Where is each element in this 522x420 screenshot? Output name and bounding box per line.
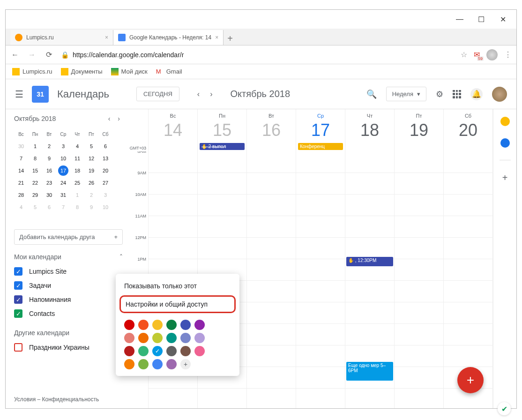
day-header[interactable]: Вт16 bbox=[246, 109, 296, 151]
color-swatch[interactable] bbox=[124, 320, 134, 330]
color-swatch[interactable] bbox=[138, 346, 149, 356]
right-rail: + bbox=[493, 109, 516, 408]
address-bar[interactable]: 🔒 https://calendar.google.com/calendar/r bbox=[61, 51, 453, 59]
gmail-ext-icon[interactable]: ✉59 bbox=[474, 50, 480, 59]
color-swatch[interactable] bbox=[124, 346, 134, 356]
favicon-icon bbox=[118, 34, 126, 41]
checkbox-icon[interactable]: ✓ bbox=[14, 281, 22, 290]
profile-avatar-icon[interactable] bbox=[486, 49, 498, 60]
gmail-badge: 59 bbox=[477, 56, 484, 61]
color-swatch[interactable] bbox=[166, 359, 177, 369]
color-swatch[interactable] bbox=[152, 359, 163, 369]
color-swatch[interactable] bbox=[124, 359, 134, 369]
mini-prev-icon[interactable]: ‹ bbox=[105, 115, 113, 122]
day-header[interactable]: Пт19 bbox=[394, 109, 443, 151]
calendar-item[interactable]: Праздники Украины bbox=[14, 340, 123, 354]
color-swatch[interactable] bbox=[194, 320, 205, 330]
day-header[interactable]: Чт18 bbox=[345, 109, 394, 151]
allday-event[interactable]: Конференц bbox=[298, 143, 343, 150]
color-swatch[interactable] bbox=[194, 346, 205, 356]
tasks-icon[interactable] bbox=[500, 138, 510, 148]
day-header[interactable]: Пн15✋ 2 выпол bbox=[197, 109, 246, 151]
color-swatch[interactable] bbox=[180, 320, 191, 330]
calendar-item[interactable]: ✓Напоминания bbox=[14, 292, 123, 307]
tab-lumpics[interactable]: Lumpics.ru × bbox=[10, 30, 113, 45]
event-block[interactable]: ✋ , 12:30PM bbox=[346, 257, 393, 266]
hamburger-icon[interactable]: ☰ bbox=[15, 89, 23, 100]
day-header[interactable]: Вс14 bbox=[148, 109, 197, 151]
favicon-icon bbox=[15, 34, 22, 41]
event-block[interactable]: Еще одно мер 5–6PM bbox=[346, 362, 393, 381]
color-swatch[interactable] bbox=[166, 346, 177, 356]
color-swatch[interactable] bbox=[194, 333, 205, 343]
color-swatch[interactable] bbox=[152, 320, 163, 330]
menu-icon[interactable]: ⋮ bbox=[504, 50, 512, 59]
app-header: ☰ 31 Календарь СЕГОДНЯ ‹ › Октябрь 2018 … bbox=[6, 79, 516, 109]
bookmark-gmail[interactable]: MGmail bbox=[156, 68, 182, 75]
chevron-up-icon[interactable]: ˄ bbox=[119, 253, 123, 261]
calendar-item[interactable]: ✓Contacts bbox=[14, 307, 123, 321]
close-icon[interactable]: × bbox=[215, 34, 218, 41]
day-column[interactable]: ✋ , 12:30PMЕще одно мер 5–6PM bbox=[345, 151, 394, 408]
day-column[interactable] bbox=[246, 151, 296, 408]
other-calendars-title[interactable]: Другие календари bbox=[14, 329, 123, 337]
keep-icon[interactable] bbox=[500, 117, 510, 126]
user-avatar[interactable] bbox=[492, 87, 507, 102]
forward-icon[interactable]: → bbox=[27, 51, 37, 59]
menu-show-only-this[interactable]: Показывать только этот bbox=[116, 278, 239, 294]
color-swatch[interactable] bbox=[166, 320, 177, 330]
tab-calendar[interactable]: Google Календарь - Неделя: 14 × bbox=[113, 30, 224, 45]
color-swatch[interactable] bbox=[138, 320, 149, 330]
day-header[interactable]: Ср17Конференц bbox=[296, 109, 345, 151]
gear-icon[interactable]: ⚙ bbox=[436, 89, 443, 99]
color-swatch[interactable] bbox=[180, 333, 191, 343]
add-friend-calendar[interactable]: Добавить календарь друга + bbox=[14, 229, 123, 245]
color-swatch[interactable] bbox=[124, 333, 134, 343]
today-button[interactable]: СЕГОДНЯ bbox=[136, 87, 179, 101]
add-addon-icon[interactable]: + bbox=[502, 172, 508, 183]
checkbox-icon[interactable] bbox=[14, 343, 22, 352]
mini-month-header: Октябрь 2018 ‹› bbox=[14, 115, 123, 122]
allday-event[interactable]: ✋ 2 выпол bbox=[200, 143, 245, 150]
notifications-icon[interactable]: 🔔 bbox=[470, 88, 483, 100]
checkbox-icon[interactable]: ✓ bbox=[14, 295, 22, 304]
menu-settings-sharing[interactable]: Настройки и общий доступ bbox=[119, 295, 236, 313]
create-event-fab[interactable]: + bbox=[457, 367, 484, 393]
day-header[interactable]: Сб20 bbox=[443, 109, 492, 151]
color-swatch[interactable]: ✓ bbox=[152, 346, 163, 356]
color-swatch[interactable] bbox=[180, 346, 191, 356]
window-maximize[interactable]: ☐ bbox=[470, 12, 492, 26]
search-icon[interactable]: 🔍 bbox=[366, 89, 377, 99]
bookmark-lumpics[interactable]: Lumpics.ru bbox=[12, 68, 52, 75]
window-close[interactable]: ✕ bbox=[492, 12, 514, 26]
day-column[interactable] bbox=[394, 151, 443, 408]
plus-icon[interactable]: + bbox=[114, 233, 118, 240]
window-minimize[interactable]: — bbox=[449, 12, 470, 26]
bookmark-drive[interactable]: Мой диск bbox=[111, 68, 148, 75]
next-icon[interactable]: › bbox=[206, 88, 216, 100]
view-selector[interactable]: Неделя ▾ bbox=[386, 87, 426, 101]
back-icon[interactable]: ← bbox=[10, 51, 20, 59]
prev-icon[interactable]: ‹ bbox=[194, 88, 203, 100]
checkbox-icon[interactable]: ✓ bbox=[14, 309, 22, 318]
add-color-button[interactable]: + bbox=[180, 359, 191, 369]
color-swatch[interactable] bbox=[166, 333, 177, 343]
my-calendars-title[interactable]: Мои календари ˄ bbox=[14, 253, 123, 261]
mini-next-icon[interactable]: › bbox=[115, 115, 123, 122]
color-swatch[interactable] bbox=[138, 333, 149, 343]
star-icon[interactable]: ☆ bbox=[461, 50, 467, 59]
close-icon[interactable]: × bbox=[105, 34, 108, 41]
reload-icon[interactable]: ⟳ bbox=[44, 50, 53, 59]
color-swatch[interactable] bbox=[138, 359, 149, 369]
calendar-item[interactable]: ✓Lumpics Site bbox=[14, 264, 123, 278]
calendar-item[interactable]: ✓Задачи bbox=[14, 278, 123, 292]
bookmark-docs[interactable]: Документы bbox=[61, 68, 103, 75]
mini-calendar[interactable]: ВсПнВтСрЧтПтСб30123456789101112131415161… bbox=[14, 128, 123, 213]
color-swatch[interactable] bbox=[152, 333, 163, 343]
checkbox-icon[interactable]: ✓ bbox=[14, 267, 22, 276]
new-tab-button[interactable]: + bbox=[224, 32, 237, 45]
security-shield-icon[interactable]: ✔ bbox=[498, 402, 511, 415]
day-column[interactable] bbox=[296, 151, 345, 408]
footer-links[interactable]: Условия – Конфиденциальность bbox=[14, 396, 123, 403]
apps-icon[interactable] bbox=[453, 90, 461, 98]
